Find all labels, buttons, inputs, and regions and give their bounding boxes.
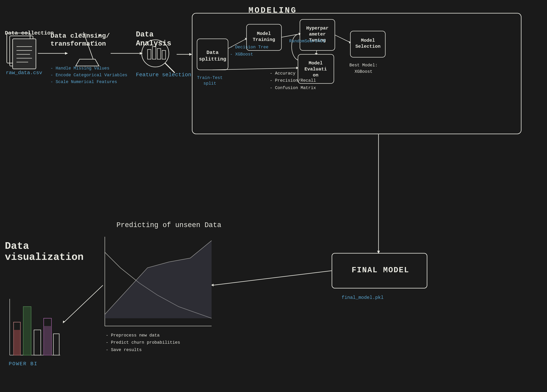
svg-line-35 [335,35,350,42]
main-svg: ✦ ✦ [0,0,547,392]
svg-marker-51 [105,241,212,318]
predicting-details: - Preprocess new data - Predict churn pr… [106,332,180,354]
svg-line-47 [64,285,103,322]
svg-marker-46 [211,284,213,286]
cleansing-label: Data cleansing/transformation [50,32,110,48]
svg-marker-32 [245,38,247,40]
evaluation-metrics: - Accuracy - Precision/Recall - Confusio… [270,70,316,92]
svg-line-40 [212,68,298,70]
svg-marker-39 [299,33,301,35]
svg-line-22 [165,63,175,73]
svg-rect-17 [148,49,151,59]
svg-marker-36 [349,41,351,44]
cleansing-item-2: - Encode Categorical Variables [50,73,127,78]
modeling-title: MODELING [248,6,297,15]
svg-marker-9 [65,52,68,55]
svg-rect-2 [13,39,36,69]
raw-data-label: raw_data.csv [6,70,42,76]
svg-rect-56 [23,307,31,355]
svg-line-37 [316,50,317,54]
svg-marker-34 [299,33,301,35]
svg-rect-20 [162,50,166,59]
data-viz-title: Datavisualization [5,241,84,263]
svg-rect-57 [23,307,31,355]
svg-marker-24 [189,53,192,56]
predicting-title: Predicting of unseen Data [116,221,221,229]
feature-selection-label: Feature selection [136,72,191,78]
data-splitting-label: Datasplitting [199,49,226,63]
svg-rect-61 [53,334,59,355]
algorithms-label: - Decision Tree - XGBoost [230,44,268,58]
bar-chart-viz [10,299,60,355]
data-collection-label: Data collection [5,30,54,36]
random-search-label: RandomSearchCV [289,39,325,44]
svg-marker-41 [296,67,298,69]
svg-rect-18 [152,47,156,59]
svg-line-45 [212,271,332,285]
svg-rect-0 [7,33,30,63]
svg-rect-58 [34,330,41,355]
svg-rect-59 [44,318,51,355]
power-bi-label: POWER BI [9,361,38,367]
svg-line-33 [281,34,300,37]
svg-marker-48 [63,321,65,323]
svg-marker-38 [315,53,318,55]
diagram-container: ✦ ✦ [0,0,547,392]
svg-rect-19 [157,48,161,59]
final-model-label: FINAL MODEL [333,266,428,275]
svg-rect-55 [14,330,21,355]
cleansing-details: - Handle Missing Values - Encode Categor… [50,65,127,86]
cleansing-item-3: - Scale Numerical Features [50,80,117,84]
final-model-file-label: final_model.pkl [342,295,383,300]
svg-rect-54 [14,322,21,355]
cleansing-item-1: - Handle Missing Values [50,66,109,71]
train-test-label: Train-Testsplit [197,75,223,86]
svg-rect-60 [44,326,51,355]
svg-marker-43 [377,251,380,254]
svg-marker-16 [140,52,143,55]
model-training-label: ModelTraining [249,31,279,43]
svg-rect-1 [10,36,33,66]
best-model-label: Best Model:XGBoost [349,62,377,75]
model-selection-label: ModelSelection [352,37,384,49]
prediction-chart [105,237,212,326]
analysis-label: DataAnalysis [136,30,171,48]
document-icon [7,33,36,69]
